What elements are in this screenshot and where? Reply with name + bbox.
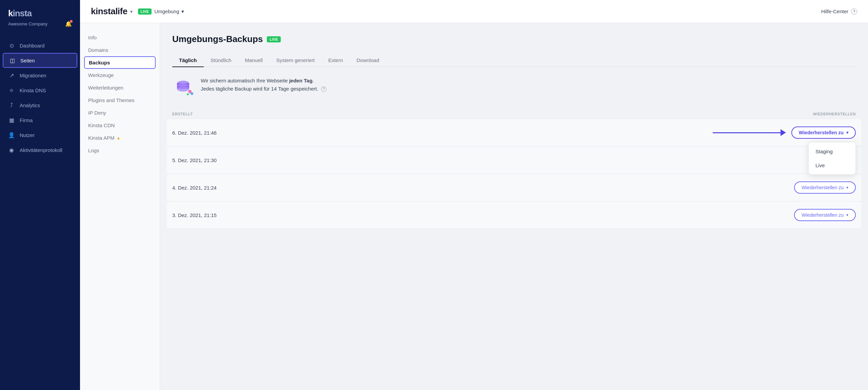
nutzer-icon: 👤	[8, 132, 15, 138]
logo-insta: insta	[13, 8, 32, 18]
header-restore: WIEDERHERSTELLEN	[813, 112, 856, 116]
arrow-head	[781, 129, 786, 136]
site-chevron-icon[interactable]: ▾	[130, 9, 133, 14]
site-name: kinstalife	[91, 6, 127, 17]
sub-sidebar: Info Domains Backups Werkzeuge Weiterlei…	[80, 23, 160, 390]
restore-btn-chevron-icon: ▾	[846, 185, 848, 190]
sidebar-item-nutzer[interactable]: 👤 Nutzer	[0, 128, 80, 142]
tab-label: Stündlich	[211, 57, 232, 63]
info-text-container: Wir sichern automatisch Ihre Webseite je…	[201, 77, 327, 93]
env-chevron-icon: ▾	[181, 8, 184, 15]
seiten-icon: ◫	[9, 57, 16, 64]
tab-stuendlich[interactable]: Stündlich	[204, 54, 238, 67]
sub-nav-kinsta-apm[interactable]: Kinsta APM ▲	[80, 132, 160, 144]
restore-btn-chevron-icon: ▾	[846, 213, 848, 217]
dropdown-item-staging[interactable]: Staging	[809, 144, 855, 158]
page-header: Umgebungs-Backups LIVE	[172, 34, 856, 44]
svg-point-7	[187, 93, 189, 95]
restore-arrow	[713, 129, 786, 136]
tab-manuell[interactable]: Manuell	[238, 54, 270, 67]
backup-row-4: 3. Dez. 2021, 21:15 Wiederherstellen zu …	[167, 201, 861, 229]
sub-nav-werkzeuge[interactable]: Werkzeuge	[80, 69, 160, 81]
svg-point-6	[191, 92, 193, 95]
tab-system[interactable]: System generiert	[270, 54, 321, 67]
tab-label: Manuell	[245, 57, 263, 63]
sub-nav-info[interactable]: Info	[80, 31, 160, 44]
sub-nav-weiterleitungen[interactable]: Weiterleitungen	[80, 81, 160, 94]
content-area: Info Domains Backups Werkzeuge Weiterlei…	[80, 23, 868, 390]
help-center[interactable]: Hilfe-Center ?	[821, 8, 857, 15]
logo-area: kinsta Awesome Company 🔔	[0, 0, 80, 35]
warning-icon: ▲	[117, 136, 121, 140]
header-created: ERSTELLT	[172, 112, 193, 116]
sidebar-item-label: Migrationen	[20, 73, 46, 78]
restore-button-1[interactable]: Wiederherstellen zu ▾	[791, 126, 856, 139]
main-nav: ⊙ Dashboard ◫ Seiten ↗ Migrationen ⌾ Kin…	[0, 35, 80, 390]
restore-btn-chevron-icon: ▾	[846, 130, 848, 135]
tab-extern[interactable]: Extern	[321, 54, 350, 67]
sub-nav-label: Backups	[89, 60, 110, 65]
info-box: Wir sichern automatisch Ihre Webseite je…	[172, 77, 856, 98]
dns-icon: ⌾	[8, 87, 15, 94]
main-wrapper: kinstalife ▾ LIVE Umgebung ▾ Hilfe-Cente…	[80, 0, 868, 390]
backup-date-2: 5. Dez. 2021, 21:30	[172, 157, 217, 163]
restore-btn-label: Wiederherstellen zu	[799, 130, 844, 135]
sidebar: kinsta Awesome Company 🔔 ⊙ Dashboard ◫ S…	[0, 0, 80, 390]
restore-dropdown-1: Staging Live	[808, 142, 856, 175]
restore-button-3[interactable]: Wiederherstellen zu ▾	[794, 181, 856, 194]
logo-k: k	[8, 8, 13, 18]
sub-nav-label: IP Deny	[88, 110, 106, 116]
page-live-badge: LIVE	[267, 36, 280, 42]
backup-row-1: 6. Dez. 2021, 21:46 Wiederherstellen zu …	[167, 119, 861, 147]
sub-nav-label: Weiterleitungen	[88, 85, 123, 91]
aktivitaet-icon: ◉	[8, 147, 15, 153]
table-header: ERSTELLT WIEDERHERSTELLEN	[172, 109, 856, 119]
sub-nav-logs[interactable]: Logs	[80, 144, 160, 157]
sidebar-item-dashboard[interactable]: ⊙ Dashboard	[0, 38, 80, 53]
help-center-label: Hilfe-Center	[821, 8, 848, 14]
firma-icon: ▦	[8, 117, 15, 123]
sidebar-item-kinsta-dns[interactable]: ⌾ Kinsta DNS	[0, 83, 80, 98]
sub-nav-label: Kinsta APM	[88, 135, 115, 141]
backup-row-wrapper-3: 4. Dez. 2021, 21:24 Wiederherstellen zu …	[172, 174, 856, 201]
sidebar-item-label: Aktivitätenprotokoll	[20, 147, 62, 153]
sidebar-item-analytics[interactable]: ⤴ Analytics	[0, 98, 80, 113]
kinsta-logo: kinsta	[8, 8, 72, 19]
notification-bell[interactable]: 🔔	[65, 21, 72, 27]
sub-nav-plugins[interactable]: Plugins and Themes	[80, 94, 160, 106]
sidebar-item-migrationen[interactable]: ↗ Migrationen	[0, 68, 80, 83]
sub-nav-kinsta-cdn[interactable]: Kinsta CDN	[80, 119, 160, 132]
backup-row-3: 4. Dez. 2021, 21:24 Wiederherstellen zu …	[167, 174, 861, 201]
sub-nav-backups[interactable]: Backups	[84, 56, 156, 69]
sidebar-item-label: Nutzer	[20, 132, 35, 138]
company-name: Awesome Company	[8, 21, 47, 26]
sub-nav-label: Info	[88, 35, 97, 40]
tab-download[interactable]: Download	[350, 54, 386, 67]
migrationen-icon: ↗	[8, 72, 15, 79]
restore-area-1: Wiederherstellen zu ▾	[713, 126, 856, 139]
info-text-line1: Wir sichern automatisch Ihre Webseite je…	[201, 77, 327, 85]
dropdown-item-live[interactable]: Live	[809, 158, 855, 172]
env-selector[interactable]: Umgebung ▾	[154, 8, 184, 15]
tab-label: Extern	[328, 57, 343, 63]
backup-row-wrapper-2: 5. Dez. 2021, 21:30 Wie ▾	[172, 147, 856, 174]
sidebar-item-label: Analytics	[20, 102, 40, 108]
backup-tabs: Täglich Stündlich Manuell System generie…	[172, 54, 856, 67]
sidebar-item-aktivitaet[interactable]: ◉ Aktivitätenprotokoll	[0, 142, 80, 157]
sidebar-item-seiten[interactable]: ◫ Seiten	[3, 53, 77, 68]
tab-taeglich[interactable]: Täglich	[172, 54, 204, 67]
live-badge: LIVE	[138, 8, 152, 15]
sub-nav-domains[interactable]: Domains	[80, 44, 160, 56]
info-text-bold: jeden Tag	[289, 78, 313, 83]
sub-nav-label: Domains	[88, 47, 108, 53]
info-help-icon[interactable]: ?	[321, 86, 327, 92]
backup-row-wrapper-1: 6. Dez. 2021, 21:46 Wiederherstellen zu …	[172, 119, 856, 147]
sub-nav-label: Logs	[88, 148, 99, 153]
backup-date-4: 3. Dez. 2021, 21:15	[172, 212, 217, 218]
sidebar-item-firma[interactable]: ▦ Firma	[0, 113, 80, 128]
dashboard-icon: ⊙	[8, 42, 15, 49]
restore-button-4[interactable]: Wiederherstellen zu ▾	[794, 209, 856, 221]
sub-nav-ip-deny[interactable]: IP Deny	[80, 106, 160, 119]
tab-label: Download	[357, 57, 379, 63]
restore-btn-label: Wiederherstellen zu	[802, 185, 844, 190]
